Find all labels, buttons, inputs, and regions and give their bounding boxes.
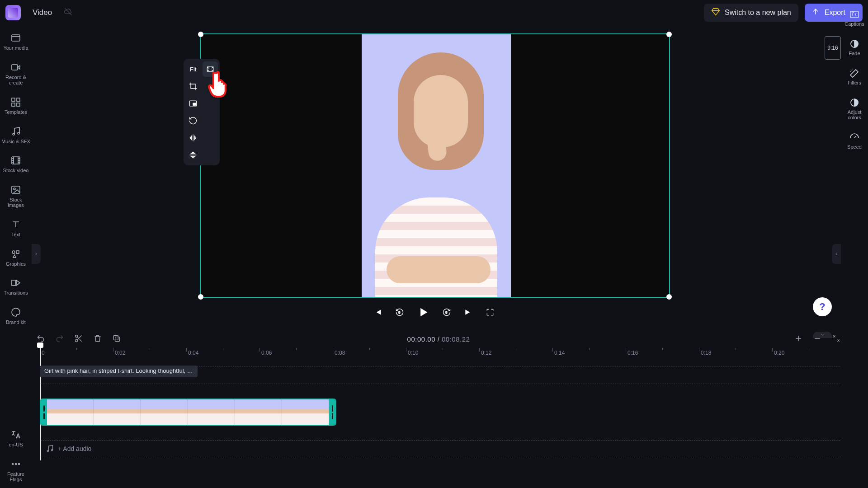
delete-button[interactable] <box>93 334 102 344</box>
text-icon <box>10 219 21 230</box>
nav-label: Templates <box>5 109 27 115</box>
project-title[interactable]: Video <box>26 5 58 20</box>
svg-point-15 <box>12 463 14 465</box>
nav-stock-video[interactable]: Stock video <box>0 150 32 179</box>
fill-button[interactable] <box>203 61 218 77</box>
video-clip[interactable] <box>40 399 336 426</box>
timecode: 00:00.00 / 00:08.22 <box>407 335 470 343</box>
upload-icon <box>811 7 820 18</box>
svg-rect-6 <box>17 103 20 106</box>
play-button[interactable] <box>417 306 429 320</box>
nav-transitions[interactable]: Transitions <box>0 273 32 301</box>
nav-label: Text <box>11 232 20 238</box>
locale-icon <box>10 429 21 440</box>
video-track[interactable] <box>40 392 841 434</box>
tool-fade[interactable]: Fade <box>841 35 868 60</box>
tool-label: Speed <box>847 144 862 150</box>
fade-icon <box>849 38 860 49</box>
tool-label: Fade <box>849 51 860 56</box>
crop-icon <box>189 82 198 91</box>
topbar: Video Switch to a new plan Export <box>0 0 868 25</box>
fit-button[interactable]: Fit <box>185 61 201 77</box>
tool-filters[interactable]: Filters <box>841 64 868 89</box>
nav-feature-flags[interactable]: Feature Flags <box>0 454 32 488</box>
svg-rect-18 <box>850 11 859 18</box>
flip-horizontal-button[interactable] <box>185 130 201 145</box>
flip-vertical-button[interactable] <box>185 147 201 163</box>
seek-forward-button[interactable]: 5 <box>442 308 451 318</box>
redo-button[interactable] <box>55 334 64 344</box>
nav-graphics[interactable]: Graphics <box>0 244 32 272</box>
crop-button[interactable] <box>185 79 201 94</box>
transition-icon <box>10 277 21 288</box>
tool-speed[interactable]: Speed <box>841 128 868 153</box>
clip-thumbnails <box>47 399 329 425</box>
zoom-in-button[interactable] <box>794 334 803 344</box>
seek-back-button[interactable]: 5 <box>395 308 404 318</box>
nav-text[interactable]: Text <box>0 215 32 243</box>
skip-forward-button[interactable] <box>464 308 473 318</box>
resize-handle-br[interactable] <box>666 294 672 300</box>
nav-music-sfx[interactable]: Music & SFX <box>0 122 32 150</box>
pip-button[interactable] <box>185 96 201 111</box>
skip-back-button[interactable] <box>373 308 382 318</box>
svg-text:5: 5 <box>399 311 401 314</box>
shapes-icon <box>10 249 21 259</box>
music-icon <box>45 444 54 453</box>
time-current: 00:00.00 <box>407 335 435 343</box>
wand-icon <box>849 68 860 79</box>
svg-point-16 <box>15 463 17 465</box>
tool-label: Filters <box>848 80 861 85</box>
clip-trim-left[interactable] <box>41 399 47 425</box>
contrast-icon <box>849 97 860 108</box>
left-sidebar: Your media Record & create Templates Mus… <box>0 25 32 488</box>
switch-plan-button[interactable]: Switch to a new plan <box>704 4 798 22</box>
fullscreen-button[interactable] <box>486 308 495 318</box>
nav-stock-images[interactable]: Stock images <box>0 180 32 214</box>
canvas-selection[interactable] <box>200 33 670 298</box>
tool-label: Adjust colors <box>842 109 867 120</box>
zoom-out-button[interactable] <box>813 334 822 344</box>
zoom-fit-button[interactable] <box>832 334 841 344</box>
switch-plan-label: Switch to a new plan <box>725 9 791 17</box>
music-icon <box>10 126 21 137</box>
templates-icon <box>10 97 21 108</box>
svg-rect-2 <box>12 65 18 70</box>
tool-adjust-colors[interactable]: Adjust colors <box>841 94 868 124</box>
nav-label: en-US <box>9 442 23 448</box>
nav-your-media[interactable]: Your media <box>0 28 32 56</box>
trash-icon <box>93 334 102 343</box>
tool-captions[interactable]: Captions <box>841 5 868 30</box>
rotate-button[interactable] <box>185 113 201 128</box>
svg-point-11 <box>14 188 15 190</box>
duplicate-button[interactable] <box>112 334 121 344</box>
right-sidebar: Captions Fade Filters Adjust colors Spee… <box>841 0 868 154</box>
nav-record-create[interactable]: Record & create <box>0 57 32 91</box>
resize-handle-tr[interactable] <box>666 32 672 37</box>
split-button[interactable] <box>74 334 83 344</box>
image-icon <box>10 184 21 195</box>
gauge-icon <box>849 132 860 143</box>
nav-label: Graphics <box>6 261 26 267</box>
flip-h-icon <box>189 133 198 142</box>
nav-label: Your media <box>3 45 28 51</box>
nav-templates[interactable]: Templates <box>0 92 32 121</box>
aspect-ratio-button[interactable]: 9:16 <box>825 36 841 60</box>
fullscreen-icon <box>486 308 495 317</box>
clip-trim-right[interactable] <box>329 399 335 425</box>
record-icon <box>10 62 21 73</box>
svg-point-12 <box>12 251 15 253</box>
nav-locale[interactable]: en-US <box>0 425 32 453</box>
nav-label: Feature Flags <box>1 471 31 483</box>
nav-label: Transitions <box>4 290 28 296</box>
caption-clip[interactable]: Girl with pink hair, in striped t-shirt.… <box>40 366 198 377</box>
resize-handle-bl[interactable] <box>198 294 203 300</box>
svg-rect-4 <box>17 98 20 101</box>
resize-handle-tl[interactable] <box>198 32 203 37</box>
timeline-ruler[interactable]: 00:020:040:060:080:100:120:140:160:180:2… <box>40 348 841 361</box>
audio-track[interactable]: + Add audio <box>40 440 841 457</box>
skip-back-icon <box>373 308 382 317</box>
svg-point-7 <box>13 133 14 135</box>
svg-rect-10 <box>12 186 20 193</box>
text-track[interactable]: Girl with pink hair, in striped t-shirt.… <box>40 366 841 384</box>
